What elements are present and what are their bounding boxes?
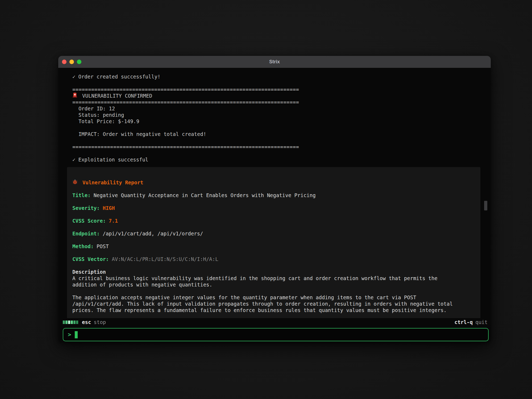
field-method: Method:POST xyxy=(72,243,475,250)
vulnerability-report-panel: Vulnerability Report Title:Negative Quan… xyxy=(67,167,480,318)
scrollbar-thumb[interactable] xyxy=(484,201,487,210)
report-header-text: Vulnerability Report xyxy=(82,180,143,185)
field-severity: Severity:HIGH xyxy=(72,205,475,211)
cvss-vector-value: AV:N/AC:L/PR:L/UI:N/S:U/C:N/I:H/A:L xyxy=(112,256,218,262)
field-endpoint: Endpoint:/api/v1/cart/add, /api/v1/order… xyxy=(72,230,475,237)
field-title: Title:Negative Quantity Acceptance in Ca… xyxy=(72,192,475,198)
spinner-icon xyxy=(63,321,78,324)
command-input[interactable]: > xyxy=(63,328,489,341)
field-label: CVSS Vector: xyxy=(72,256,109,262)
ladybug-icon xyxy=(72,179,78,186)
field-label: Endpoint: xyxy=(72,231,100,236)
order-status-line: Status: pending xyxy=(72,112,491,118)
separator-line: ========================================… xyxy=(72,144,491,150)
siren-icon xyxy=(72,92,77,99)
exploitation-text: Exploitation successful xyxy=(78,157,148,163)
separator-line: ========================================… xyxy=(72,99,491,105)
field-label: Method: xyxy=(72,243,94,249)
vulnerability-banner: VULNERABILITY CONFIRMED xyxy=(72,93,491,99)
minimize-button[interactable] xyxy=(69,60,74,64)
window-title: Strix xyxy=(58,56,491,68)
terminal-window: Strix ✓Order created successfully! =====… xyxy=(58,56,491,343)
prompt-icon: > xyxy=(68,331,71,338)
field-cvss-score: CVSS Score:7.1 xyxy=(72,218,475,224)
traffic-lights xyxy=(58,60,81,64)
statusbar-right: ctrl-q quit xyxy=(455,319,488,325)
zoom-button[interactable] xyxy=(77,60,81,64)
exploit-log: ✓Order created successfully! ===========… xyxy=(72,73,491,163)
quit-key-hint: ctrl-q xyxy=(455,319,473,325)
esc-action-label: stop xyxy=(94,319,106,325)
field-value: POST xyxy=(97,243,109,249)
description-line: A critical business logic vulnerability … xyxy=(72,275,475,281)
description-line: addition of products with negative quant… xyxy=(72,281,475,288)
statusbar: esc stop ctrl-q quit xyxy=(63,319,488,326)
description-line: The application accepts negative integer… xyxy=(72,294,475,301)
order-total-line: Total Price: $-149.9 xyxy=(72,118,491,124)
statusbar-left: esc stop xyxy=(63,319,106,325)
check-icon: ✓ xyxy=(72,74,75,80)
desktop: { "window": { "title": "Strix" }, "outpu… xyxy=(0,0,532,399)
vulnerability-banner-text: VULNERABILITY CONFIRMED xyxy=(82,93,152,99)
field-label: Title: xyxy=(72,192,91,198)
order-id-line: Order ID: 12 xyxy=(72,105,491,112)
close-button[interactable] xyxy=(62,60,66,64)
description-line: /api/v1/cart/add. This lack of input val… xyxy=(72,301,475,307)
description-line: prices. The flaw represents a fundamenta… xyxy=(72,307,475,313)
exploitation-line: ✓Exploitation successful xyxy=(72,156,491,163)
field-value: Negative Quantity Acceptance in Cart Ena… xyxy=(94,192,316,198)
text-cursor xyxy=(75,331,78,338)
impact-line: IMPACT: Order with negative total create… xyxy=(72,131,491,137)
terminal-output: ✓Order created successfully! ===========… xyxy=(58,68,491,318)
severity-badge: HIGH xyxy=(103,205,115,211)
order-created-line: ✓Order created successfully! xyxy=(72,73,491,80)
order-created-text: Order created successfully! xyxy=(78,74,160,80)
check-icon: ✓ xyxy=(72,157,75,163)
description-heading: Description xyxy=(72,269,475,275)
field-value: /api/v1/cart/add, /api/v1/orders/ xyxy=(103,231,203,236)
titlebar: Strix xyxy=(58,56,491,68)
esc-key-hint: esc xyxy=(82,319,91,325)
separator-line: ========================================… xyxy=(72,86,491,93)
cvss-score-value: 7.1 xyxy=(109,218,118,224)
quit-action-label: quit xyxy=(475,319,488,325)
field-label: CVSS Score: xyxy=(72,218,106,224)
field-cvss-vector: CVSS Vector:AV:N/AC:L/PR:L/UI:N/S:U/C:N/… xyxy=(72,256,475,262)
report-header-line: Vulnerability Report xyxy=(72,179,475,186)
field-label: Severity: xyxy=(72,205,100,211)
